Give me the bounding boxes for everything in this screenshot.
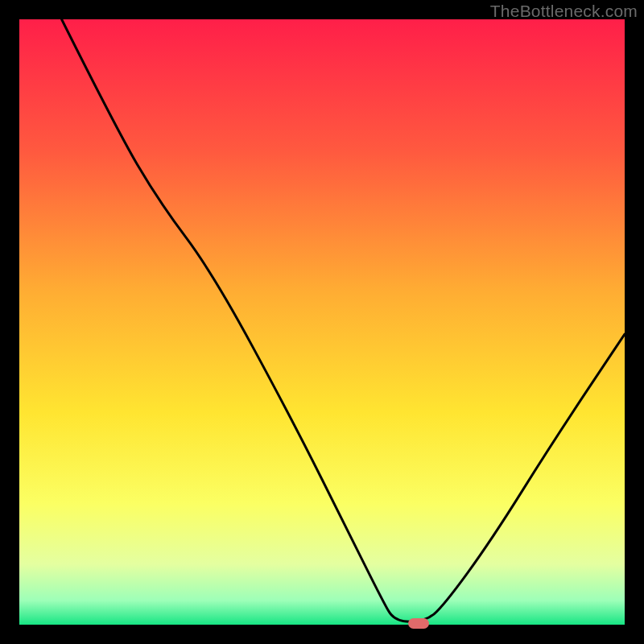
chart-background <box>19 19 625 625</box>
chart-plot-area <box>19 19 625 625</box>
chart-frame: TheBottleneck.com <box>0 0 644 644</box>
optimal-point-marker <box>408 618 429 629</box>
watermark-text: TheBottleneck.com <box>490 2 638 21</box>
chart-svg <box>19 19 625 625</box>
